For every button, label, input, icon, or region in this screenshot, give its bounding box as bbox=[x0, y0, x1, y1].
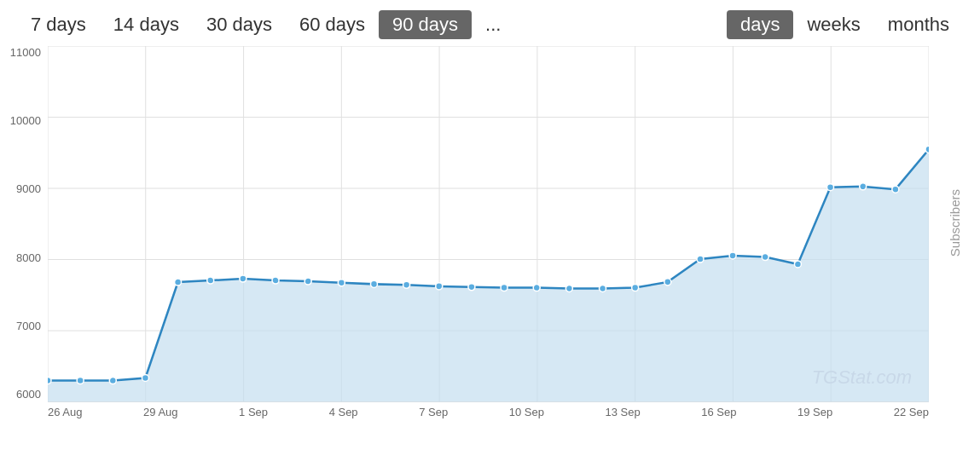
svg-point-20 bbox=[175, 279, 182, 286]
period-60days[interactable]: 60 days bbox=[286, 10, 379, 39]
svg-point-30 bbox=[501, 285, 507, 291]
svg-point-35 bbox=[664, 279, 671, 286]
svg-point-24 bbox=[304, 278, 311, 285]
period-7days[interactable]: 7 days bbox=[17, 10, 100, 39]
group-months[interactable]: months bbox=[874, 10, 963, 39]
svg-point-37 bbox=[729, 252, 736, 259]
y-label-6000: 6000 bbox=[0, 388, 48, 401]
period-ellipsis[interactable]: ... bbox=[472, 10, 514, 39]
svg-point-34 bbox=[632, 285, 639, 291]
svg-point-19 bbox=[142, 374, 148, 381]
group-days[interactable]: days bbox=[727, 10, 793, 39]
svg-point-40 bbox=[827, 184, 834, 191]
x-label-26aug: 26 Aug bbox=[48, 406, 83, 418]
svg-point-21 bbox=[207, 277, 214, 284]
svg-point-22 bbox=[240, 275, 246, 282]
x-label-19sep: 19 Sep bbox=[797, 406, 832, 418]
line-chart bbox=[48, 46, 929, 402]
svg-point-33 bbox=[600, 285, 606, 291]
y-label-7000: 7000 bbox=[0, 320, 48, 332]
period-30days[interactable]: 30 days bbox=[193, 10, 286, 39]
svg-point-28 bbox=[436, 283, 443, 290]
x-label-4sep: 4 Sep bbox=[329, 406, 358, 418]
svg-point-32 bbox=[565, 285, 572, 291]
svg-point-42 bbox=[892, 186, 899, 193]
y-label-9000: 9000 bbox=[0, 182, 48, 195]
x-axis: 26 Aug 29 Aug 1 Sep 4 Sep 7 Sep 10 Sep 1… bbox=[48, 401, 929, 431]
y-axis-title: Subscribers bbox=[929, 46, 980, 401]
svg-point-25 bbox=[338, 280, 345, 286]
svg-point-38 bbox=[762, 254, 768, 261]
x-label-1sep: 1 Sep bbox=[239, 406, 268, 418]
svg-point-18 bbox=[109, 377, 116, 384]
svg-point-36 bbox=[697, 256, 704, 262]
y-axis: 6000 7000 8000 9000 10000 11000 bbox=[0, 46, 48, 401]
svg-point-29 bbox=[468, 284, 475, 291]
y-label-8000: 8000 bbox=[0, 251, 48, 264]
x-label-13sep: 13 Sep bbox=[605, 406, 640, 418]
chart-container: 6000 7000 8000 9000 10000 11000 bbox=[0, 46, 980, 431]
x-label-29aug: 29 Aug bbox=[143, 406, 178, 418]
y-label-11000: 11000 bbox=[0, 46, 48, 59]
group-weeks[interactable]: weeks bbox=[793, 10, 873, 39]
svg-point-27 bbox=[403, 281, 410, 288]
svg-point-26 bbox=[370, 280, 377, 287]
period-90days[interactable]: 90 days bbox=[379, 10, 472, 39]
x-label-22sep: 22 Sep bbox=[894, 406, 929, 418]
svg-point-39 bbox=[794, 261, 801, 268]
svg-point-31 bbox=[533, 285, 540, 291]
y-label-10000: 10000 bbox=[0, 114, 48, 127]
svg-point-41 bbox=[860, 183, 867, 190]
watermark: TGStat.com bbox=[812, 366, 912, 389]
toolbar: 7 days 14 days 30 days 60 days 90 days .… bbox=[0, 0, 980, 46]
period-14days[interactable]: 14 days bbox=[100, 10, 193, 39]
svg-point-17 bbox=[77, 377, 84, 384]
x-label-7sep: 7 Sep bbox=[419, 406, 448, 418]
svg-point-23 bbox=[272, 277, 279, 284]
x-label-16sep: 16 Sep bbox=[701, 406, 736, 418]
svg-point-16 bbox=[48, 377, 51, 384]
x-label-10sep: 10 Sep bbox=[509, 406, 544, 418]
